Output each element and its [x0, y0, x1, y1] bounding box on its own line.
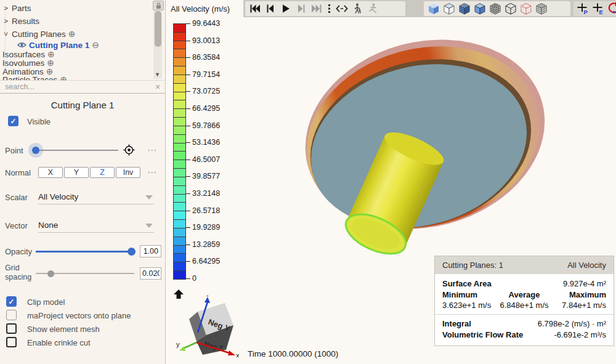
- normal-inv-button[interactable]: Inv: [116, 167, 140, 178]
- render-solid-icon[interactable]: [472, 1, 487, 16]
- probe-element-icon[interactable]: E: [590, 1, 606, 16]
- render-wireframe-icon[interactable]: [503, 1, 518, 16]
- vector-caret-icon[interactable]: [145, 224, 153, 228]
- clear-search-icon[interactable]: ×: [150, 82, 165, 92]
- pick-point-icon[interactable]: [123, 144, 135, 156]
- rotate-axes-icon[interactable]: [606, 1, 616, 16]
- chevron-icon[interactable]: >: [2, 31, 10, 38]
- avg-value: 6.848e+1 m/s: [497, 300, 552, 310]
- legend-value-label: 59.7866: [192, 121, 220, 130]
- run-mode-icon[interactable]: [365, 1, 380, 16]
- trace-range-icon[interactable]: [334, 1, 349, 16]
- more-options-icon[interactable]: [324, 1, 334, 16]
- option-checkbox[interactable]: [6, 337, 17, 347]
- legend-tick: [186, 75, 190, 75]
- render-hidden-line-icon[interactable]: [533, 1, 549, 16]
- scalar-label: Scalar: [5, 193, 28, 202]
- tree-item-cutting-plane-1[interactable]: Cutting Plane 1 ⊖: [17, 40, 164, 50]
- grid-spacing-value-input[interactable]: [140, 267, 161, 280]
- scalar-dropdown[interactable]: All Velocity: [38, 192, 78, 201]
- normal-y-button[interactable]: Y: [64, 167, 89, 178]
- walk-mode-icon[interactable]: [349, 1, 365, 16]
- legend-title: All Velocity (m/s): [171, 4, 230, 14]
- normal-x-button[interactable]: X: [38, 167, 63, 178]
- step-backward-button[interactable]: [262, 1, 278, 16]
- render-shaded-mesh-icon[interactable]: [456, 1, 472, 16]
- visible-checkbox[interactable]: ✓: [8, 116, 18, 126]
- remove-icon[interactable]: ⊖: [92, 41, 99, 49]
- legend-tick: [186, 278, 190, 279]
- legend-value-label: 46.5007: [192, 155, 220, 164]
- point-slider-handle[interactable]: [32, 147, 39, 154]
- disk-rim-pink: [284, 18, 566, 255]
- tree-item-results[interactable]: > Results: [2, 16, 149, 26]
- render-outline-icon[interactable]: [441, 1, 456, 16]
- legend-tick: [186, 57, 190, 58]
- legend-value-label: 0: [192, 274, 197, 283]
- top-toolbar: P E: [243, 0, 616, 17]
- legend-value-label: 86.3584: [192, 53, 220, 62]
- render-shaded-icon[interactable]: [426, 1, 441, 16]
- legend-value-label: 93.0013: [192, 36, 220, 45]
- chevron-icon[interactable]: >: [2, 4, 9, 12]
- option-row-enable-crinkle-cut: Enable crinkle cut: [0, 337, 165, 349]
- add-icon[interactable]: ⊕: [68, 30, 76, 38]
- legend-value-label: 53.1436: [192, 138, 220, 147]
- add-icon[interactable]: ⊕: [60, 75, 67, 80]
- axis-z-label: -: [206, 294, 209, 299]
- point-more-icon[interactable]: ···: [148, 146, 157, 155]
- chevron-icon[interactable]: >: [2, 17, 9, 25]
- skip-to-end-button[interactable]: [309, 1, 324, 16]
- normal-button-group: XYZInv: [38, 167, 140, 178]
- legend-tick: [186, 261, 190, 262]
- orientation-cube[interactable]: Neg Y Neg Z - y x: [176, 294, 242, 357]
- tree-item-label: Parts: [12, 4, 31, 13]
- tree-item-parts[interactable]: > Parts: [2, 3, 149, 13]
- legend-tick: [186, 91, 190, 92]
- playback-toolbar: [245, 1, 405, 16]
- stats-header-left: Cutting Planes: 1: [442, 261, 503, 270]
- legend-value-label: 99.6443: [192, 19, 220, 28]
- normal-z-button[interactable]: Z: [90, 167, 115, 178]
- lock-icon[interactable]: [153, 1, 164, 10]
- add-icon[interactable]: ⊕: [47, 50, 55, 59]
- min-label: Minimum: [442, 289, 497, 300]
- render-wireframe-mesh-icon[interactable]: [487, 1, 503, 16]
- opacity-value-input[interactable]: [140, 245, 161, 257]
- stats-panel: Cutting Planes: 1 All Velocity Surface A…: [434, 256, 614, 346]
- tree-scroll-down-icon[interactable]: ▼: [155, 71, 160, 78]
- step-forward-button[interactable]: [293, 1, 309, 16]
- legend-tick: [186, 176, 190, 177]
- tree-item-label: Particle Traces: [2, 75, 57, 81]
- max-value: 7.84e+1 m/s: [551, 300, 606, 310]
- cutting-plane-properties: Cutting Plane 1 ✓ Visible Point ··· Norm…: [0, 93, 165, 364]
- tree-item-cutting-planes[interactable]: > Cutting Planes ⊕: [2, 29, 149, 39]
- option-checkbox[interactable]: [6, 310, 17, 320]
- option-checkbox[interactable]: [6, 323, 17, 334]
- skip-to-start-button[interactable]: [247, 1, 262, 16]
- application-window: All Velocity (m/s) 99.644393.001386.3584…: [0, 0, 616, 364]
- tree-item-particle-traces[interactable]: Particle Traces ⊕: [2, 75, 149, 80]
- vector-dropdown[interactable]: None: [38, 220, 58, 230]
- add-icon[interactable]: ⊕: [47, 59, 54, 67]
- legend-tick: [186, 227, 190, 228]
- scalar-caret-icon[interactable]: [145, 195, 153, 200]
- probe-point-icon[interactable]: P: [575, 1, 590, 16]
- option-checkbox[interactable]: ✓: [6, 296, 17, 307]
- render-points-icon[interactable]: [518, 1, 533, 16]
- opacity-slider-track[interactable]: [36, 251, 134, 253]
- normal-more-icon[interactable]: ···: [148, 168, 157, 177]
- legend-tick: [186, 41, 190, 41]
- point-slider-track[interactable]: [37, 150, 118, 151]
- tree-scrollbar-thumb[interactable]: [155, 11, 161, 47]
- visible-label: Visible: [27, 117, 51, 126]
- render-viewport[interactable]: All Velocity (m/s) 99.644393.001386.3584…: [166, 0, 616, 364]
- eye-icon[interactable]: [17, 42, 26, 48]
- play-button[interactable]: [278, 1, 293, 16]
- grid-spacing-label: Grid spacing: [5, 264, 33, 282]
- search-input[interactable]: [0, 83, 150, 91]
- opacity-slider-handle[interactable]: [128, 248, 136, 256]
- grid-spacing-slider-handle[interactable]: [47, 270, 54, 277]
- legend-tick: [186, 160, 190, 160]
- panel-title: Cutting Plane 1: [0, 100, 165, 110]
